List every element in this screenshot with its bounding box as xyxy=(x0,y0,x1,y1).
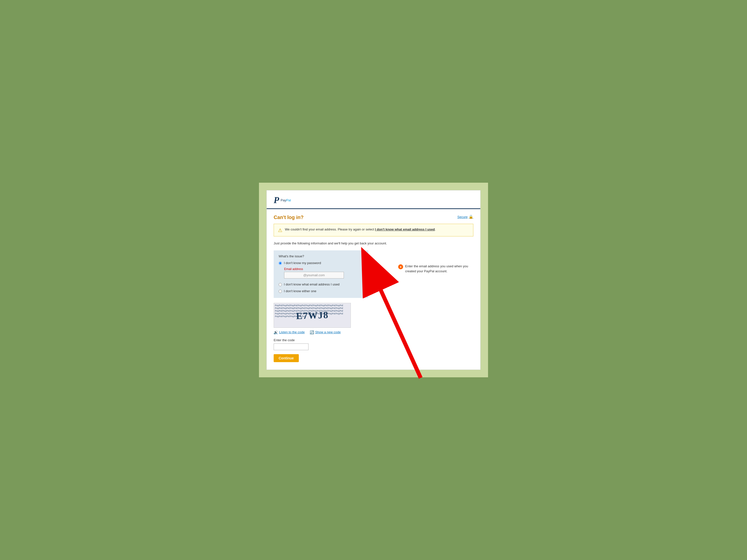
help-icon: ● xyxy=(398,264,403,269)
code-input[interactable] xyxy=(274,344,309,350)
help-balloon: ● Enter the email address you used when … xyxy=(398,264,473,273)
refresh-icon: 🔄 xyxy=(310,330,314,334)
radio-input-3[interactable] xyxy=(279,290,282,293)
captcha-image: PayPal PayPal PayPal PayPal PayPal PayPa… xyxy=(274,303,351,328)
radio-input-1[interactable] xyxy=(279,262,282,265)
section-label: What's the issue? xyxy=(279,255,363,258)
warning-icon: ⚠ xyxy=(278,227,282,233)
lock-icon: 🔒 xyxy=(469,215,473,219)
warning-link-text[interactable]: I don't know what email address I used xyxy=(375,228,435,231)
listen-to-code-link[interactable]: 🔊 Listen to the code xyxy=(274,330,305,334)
continue-button[interactable]: Continue xyxy=(274,354,299,362)
warning-text-before: We couldn't find your email address. Ple… xyxy=(285,228,375,231)
email-input[interactable] xyxy=(284,272,344,278)
paypal-p-icon: P xyxy=(274,195,279,205)
radio-text-1: I don't know my password xyxy=(284,261,321,265)
logo-pay: Pay xyxy=(281,198,286,202)
radio-group: I don't know my password Email address I… xyxy=(279,261,363,293)
radio-option-1: I don't know my password Email address xyxy=(279,261,363,279)
speaker-icon: 🔊 xyxy=(274,330,278,334)
captcha-actions: 🔊 Listen to the code 🔄 Show a new code xyxy=(274,330,368,334)
radio-text-3: I don't know either one xyxy=(284,289,316,293)
intro-text: Just provide the following information a… xyxy=(274,241,473,246)
captcha-code-display: E7WJ8 xyxy=(296,309,329,321)
radio-label-1[interactable]: I don't know my password xyxy=(279,261,363,265)
show-new-code-link[interactable]: 🔄 Show a new code xyxy=(310,330,341,334)
radio-text-2: I don't know what email address I used xyxy=(284,283,340,286)
page-wrapper: P PayPal Secure 🔒 Can't log in? ⚠ We cou… xyxy=(259,183,488,377)
secure-link[interactable]: Secure 🔒 xyxy=(457,215,473,219)
listen-label: Listen to the code xyxy=(279,330,305,334)
warning-text: We couldn't find your email address. Ple… xyxy=(285,227,436,232)
radio-input-2[interactable] xyxy=(279,283,282,286)
card-body: Secure 🔒 Can't log in? ⚠ We couldn't fin… xyxy=(267,209,480,370)
new-code-label: Show a new code xyxy=(315,330,341,334)
page-title: Can't log in? xyxy=(274,215,473,220)
paypal-logo: P PayPal xyxy=(274,195,473,205)
help-text: Enter the email address you used when yo… xyxy=(405,264,473,273)
warning-text-after: . xyxy=(435,228,436,231)
enter-code-label: Enter the code xyxy=(274,338,473,342)
radio-label-2[interactable]: I don't know what email address I used xyxy=(279,283,363,286)
email-field-label: Email address xyxy=(284,267,363,271)
card-header: P PayPal xyxy=(267,190,480,209)
radio-label-3[interactable]: I don't know either one xyxy=(279,289,363,293)
logo-pal: Pal xyxy=(286,198,291,202)
main-card: P PayPal Secure 🔒 Can't log in? ⚠ We cou… xyxy=(266,190,481,370)
secure-label: Secure xyxy=(457,215,468,219)
paypal-logo-text: PayPal xyxy=(281,198,291,202)
email-field-group: Email address xyxy=(284,267,363,278)
captcha-area: PayPal PayPal PayPal PayPal PayPal PayPa… xyxy=(274,303,368,334)
issue-form-section: What's the issue? I don't know my passwo… xyxy=(274,250,368,298)
warning-box: ⚠ We couldn't find your email address. P… xyxy=(274,224,473,236)
